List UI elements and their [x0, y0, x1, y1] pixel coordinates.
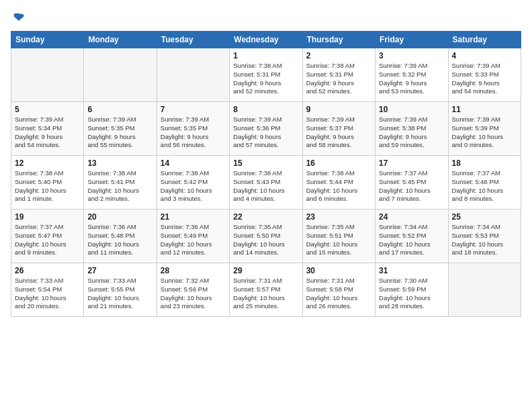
- day-info: Sunrise: 7:39 AM Sunset: 5:36 PM Dayligh…: [233, 116, 298, 150]
- day-info: Sunrise: 7:33 AM Sunset: 5:54 PM Dayligh…: [15, 277, 80, 311]
- day-number: 15: [233, 158, 298, 168]
- day-info: Sunrise: 7:33 AM Sunset: 5:55 PM Dayligh…: [87, 277, 152, 311]
- day-info: Sunrise: 7:36 AM Sunset: 5:49 PM Dayligh…: [161, 223, 226, 257]
- day-info: Sunrise: 7:39 AM Sunset: 5:34 PM Dayligh…: [15, 116, 80, 150]
- day-info: Sunrise: 7:30 AM Sunset: 5:59 PM Dayligh…: [379, 277, 444, 311]
- day-info: Sunrise: 7:38 AM Sunset: 5:41 PM Dayligh…: [87, 169, 152, 203]
- day-number: 16: [306, 158, 371, 168]
- day-number: 14: [161, 158, 226, 168]
- week-row-3: 19Sunrise: 7:37 AM Sunset: 5:47 PM Dayli…: [11, 210, 521, 263]
- day-number: 23: [306, 212, 371, 222]
- day-number: 25: [452, 212, 517, 222]
- header-row: SundayMondayTuesdayWednesdayThursdayFrid…: [11, 32, 521, 48]
- header-thursday: Thursday: [302, 32, 375, 48]
- week-row-1: 5Sunrise: 7:39 AM Sunset: 5:34 PM Daylig…: [11, 102, 521, 156]
- day-cell: 10Sunrise: 7:39 AM Sunset: 5:38 PM Dayli…: [375, 102, 448, 156]
- day-cell: 30Sunrise: 7:31 AM Sunset: 5:58 PM Dayli…: [302, 263, 375, 317]
- week-row-0: 1Sunrise: 7:38 AM Sunset: 5:31 PM Daylig…: [11, 48, 521, 102]
- day-cell: 26Sunrise: 7:33 AM Sunset: 5:54 PM Dayli…: [11, 263, 84, 317]
- day-number: 13: [87, 158, 152, 168]
- day-cell: 16Sunrise: 7:38 AM Sunset: 5:44 PM Dayli…: [302, 156, 375, 210]
- day-cell: 28Sunrise: 7:32 AM Sunset: 5:56 PM Dayli…: [157, 263, 229, 317]
- day-cell: 12Sunrise: 7:38 AM Sunset: 5:40 PM Dayli…: [11, 156, 84, 210]
- day-number: 18: [452, 158, 517, 168]
- day-number: 8: [233, 105, 298, 114]
- day-cell: 8Sunrise: 7:39 AM Sunset: 5:36 PM Daylig…: [230, 102, 302, 156]
- day-cell: 15Sunrise: 7:38 AM Sunset: 5:43 PM Dayli…: [230, 156, 302, 210]
- day-cell: [157, 48, 229, 102]
- day-number: 20: [87, 212, 152, 222]
- day-info: Sunrise: 7:38 AM Sunset: 5:31 PM Dayligh…: [306, 62, 371, 96]
- day-info: Sunrise: 7:39 AM Sunset: 5:38 PM Dayligh…: [379, 116, 444, 150]
- day-info: Sunrise: 7:39 AM Sunset: 5:37 PM Dayligh…: [306, 116, 371, 150]
- day-number: 21: [161, 212, 226, 222]
- day-cell: 6Sunrise: 7:39 AM Sunset: 5:35 PM Daylig…: [84, 102, 157, 156]
- page-header: [11, 11, 521, 24]
- day-number: 10: [379, 105, 444, 114]
- day-cell: 22Sunrise: 7:35 AM Sunset: 5:50 PM Dayli…: [230, 210, 302, 263]
- day-cell: 21Sunrise: 7:36 AM Sunset: 5:49 PM Dayli…: [157, 210, 229, 263]
- day-number: 27: [87, 266, 152, 275]
- header-friday: Friday: [375, 32, 448, 48]
- day-info: Sunrise: 7:34 AM Sunset: 5:52 PM Dayligh…: [379, 223, 444, 257]
- day-info: Sunrise: 7:38 AM Sunset: 5:43 PM Dayligh…: [233, 169, 298, 203]
- logo-bird-icon: [12, 11, 26, 24]
- day-cell: 18Sunrise: 7:37 AM Sunset: 5:46 PM Dayli…: [448, 156, 521, 210]
- day-number: 4: [452, 51, 517, 60]
- day-cell: 27Sunrise: 7:33 AM Sunset: 5:55 PM Dayli…: [84, 263, 157, 317]
- day-info: Sunrise: 7:31 AM Sunset: 5:57 PM Dayligh…: [233, 277, 298, 311]
- day-cell: 29Sunrise: 7:31 AM Sunset: 5:57 PM Dayli…: [230, 263, 302, 317]
- day-info: Sunrise: 7:39 AM Sunset: 5:35 PM Dayligh…: [161, 116, 226, 150]
- day-info: Sunrise: 7:39 AM Sunset: 5:32 PM Dayligh…: [379, 62, 444, 96]
- day-number: 5: [15, 105, 80, 114]
- day-info: Sunrise: 7:38 AM Sunset: 5:31 PM Dayligh…: [233, 62, 298, 96]
- day-number: 17: [379, 158, 444, 168]
- day-cell: 23Sunrise: 7:35 AM Sunset: 5:51 PM Dayli…: [302, 210, 375, 263]
- day-number: 22: [233, 212, 298, 222]
- day-info: Sunrise: 7:35 AM Sunset: 5:51 PM Dayligh…: [306, 223, 371, 257]
- day-cell: 24Sunrise: 7:34 AM Sunset: 5:52 PM Dayli…: [375, 210, 448, 263]
- day-number: 12: [15, 158, 80, 168]
- day-info: Sunrise: 7:36 AM Sunset: 5:48 PM Dayligh…: [87, 223, 152, 257]
- day-info: Sunrise: 7:34 AM Sunset: 5:53 PM Dayligh…: [452, 223, 517, 257]
- day-cell: [84, 48, 157, 102]
- header-sunday: Sunday: [11, 32, 84, 48]
- week-row-4: 26Sunrise: 7:33 AM Sunset: 5:54 PM Dayli…: [11, 263, 521, 317]
- header-monday: Monday: [84, 32, 157, 48]
- day-cell: 25Sunrise: 7:34 AM Sunset: 5:53 PM Dayli…: [448, 210, 521, 263]
- header-wednesday: Wednesday: [230, 32, 302, 48]
- day-number: 29: [233, 266, 298, 275]
- day-cell: 19Sunrise: 7:37 AM Sunset: 5:47 PM Dayli…: [11, 210, 84, 263]
- logo: [11, 11, 26, 24]
- day-cell: 13Sunrise: 7:38 AM Sunset: 5:41 PM Dayli…: [84, 156, 157, 210]
- day-number: 2: [306, 51, 371, 60]
- day-info: Sunrise: 7:35 AM Sunset: 5:50 PM Dayligh…: [233, 223, 298, 257]
- day-info: Sunrise: 7:37 AM Sunset: 5:45 PM Dayligh…: [379, 169, 444, 203]
- day-info: Sunrise: 7:37 AM Sunset: 5:46 PM Dayligh…: [452, 169, 517, 203]
- day-cell: 3Sunrise: 7:39 AM Sunset: 5:32 PM Daylig…: [375, 48, 448, 102]
- day-number: 30: [306, 266, 371, 275]
- day-info: Sunrise: 7:38 AM Sunset: 5:42 PM Dayligh…: [161, 169, 226, 203]
- day-info: Sunrise: 7:39 AM Sunset: 5:39 PM Dayligh…: [452, 116, 517, 150]
- header-tuesday: Tuesday: [157, 32, 229, 48]
- day-number: 11: [452, 105, 517, 114]
- day-cell: 1Sunrise: 7:38 AM Sunset: 5:31 PM Daylig…: [230, 48, 302, 102]
- header-saturday: Saturday: [448, 32, 521, 48]
- day-cell: 31Sunrise: 7:30 AM Sunset: 5:59 PM Dayli…: [375, 263, 448, 317]
- day-number: 19: [15, 212, 80, 222]
- day-cell: 4Sunrise: 7:39 AM Sunset: 5:33 PM Daylig…: [448, 48, 521, 102]
- day-cell: 2Sunrise: 7:38 AM Sunset: 5:31 PM Daylig…: [302, 48, 375, 102]
- calendar-table: SundayMondayTuesdayWednesdayThursdayFrid…: [11, 31, 521, 317]
- day-info: Sunrise: 7:38 AM Sunset: 5:44 PM Dayligh…: [306, 169, 371, 203]
- week-row-2: 12Sunrise: 7:38 AM Sunset: 5:40 PM Dayli…: [11, 156, 521, 210]
- day-number: 3: [379, 51, 444, 60]
- day-cell: 14Sunrise: 7:38 AM Sunset: 5:42 PM Dayli…: [157, 156, 229, 210]
- day-number: 9: [306, 105, 371, 114]
- day-info: Sunrise: 7:39 AM Sunset: 5:33 PM Dayligh…: [452, 62, 517, 96]
- day-info: Sunrise: 7:39 AM Sunset: 5:35 PM Dayligh…: [87, 116, 152, 150]
- day-info: Sunrise: 7:37 AM Sunset: 5:47 PM Dayligh…: [15, 223, 80, 257]
- day-number: 26: [15, 266, 80, 275]
- day-number: 24: [379, 212, 444, 222]
- day-cell: 20Sunrise: 7:36 AM Sunset: 5:48 PM Dayli…: [84, 210, 157, 263]
- day-number: 7: [161, 105, 226, 114]
